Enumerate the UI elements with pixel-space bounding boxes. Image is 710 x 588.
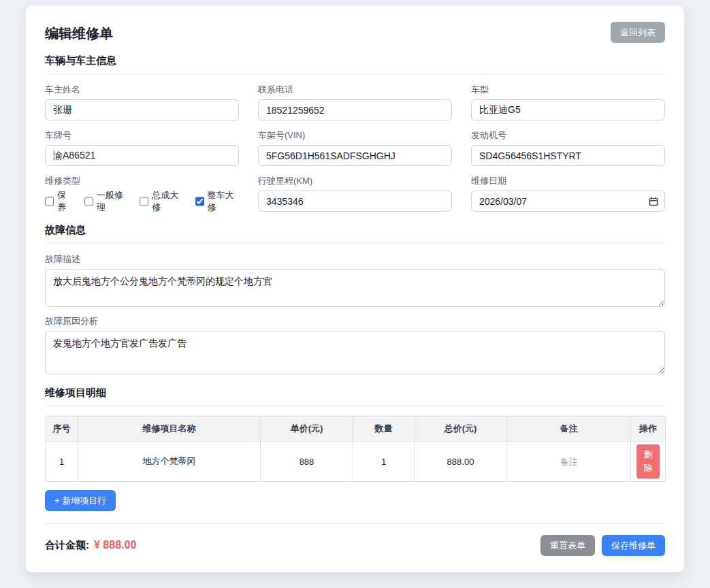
total-amount: 合计金额:¥ 888.00 [45, 539, 136, 552]
cause-analysis-label: 故障原因分析 [45, 315, 665, 327]
reset-form-button[interactable]: 重置表单 [540, 535, 595, 556]
engine-number-input[interactable] [471, 145, 665, 166]
fault-info-section-title: 故障信息 [45, 224, 665, 244]
engine-number-field: 发动机号 [471, 129, 665, 166]
quantity-input[interactable] [356, 456, 411, 468]
owner-name-field: 车主姓名 [45, 84, 239, 120]
save-repair-order-button[interactable]: 保存维修单 [602, 535, 665, 556]
repair-date-field: 维修日期 [471, 175, 665, 212]
remark-input[interactable] [510, 456, 628, 468]
repair-type-checkbox-group: 保养 一般修理 总成大修 整车大修 [45, 191, 239, 212]
car-model-label: 车型 [471, 84, 665, 96]
car-model-field: 车型 [471, 84, 665, 120]
maintenance-checkbox[interactable] [45, 197, 54, 206]
fault-description-field: 故障描述 放大后鬼地方个公分鬼地方个梵蒂冈的规定个地方官 [45, 253, 665, 307]
owner-name-input[interactable] [45, 99, 239, 120]
col-header-actions: 操作 [631, 416, 666, 442]
general-repair-checkbox-label: 一般修理 [97, 189, 128, 214]
col-header-total: 总价(元) [415, 416, 507, 442]
page-title: 编辑维修单 [45, 22, 113, 45]
edit-repair-order-card: 编辑维修单 返回列表 车辆与车主信息 车主姓名 联系电话 车型 车牌号 车架号(… [26, 5, 684, 572]
actions-cell: 删除 [631, 442, 666, 482]
cause-analysis-field: 故障原因分析 发鬼地方个地方官发广告发广告 [45, 315, 665, 374]
delete-item-button[interactable]: 删除 [636, 444, 660, 478]
cause-analysis-textarea[interactable]: 发鬼地方个地方官发广告发广告 [45, 331, 665, 374]
col-header-remark: 备注 [507, 416, 631, 442]
repair-type-option-general-repair[interactable]: 一般修理 [84, 189, 128, 214]
assembly-overhaul-checkbox-label: 总成大修 [152, 189, 183, 214]
phone-label: 联系电话 [258, 84, 452, 96]
repair-type-field: 维修类型 保养 一般修理 总成大修 整车大修 [45, 175, 239, 212]
row-index-cell: 1 [46, 442, 78, 482]
vehicle-owner-section-title: 车辆与车主信息 [45, 54, 665, 74]
repair-type-option-assembly-overhaul[interactable]: 总成大修 [140, 189, 183, 214]
repair-type-option-full-overhaul[interactable]: 整车大修 [195, 189, 239, 214]
phone-field: 联系电话 [258, 84, 452, 120]
fault-description-label: 故障描述 [45, 253, 665, 265]
phone-input[interactable] [258, 99, 452, 120]
plate-number-input[interactable] [45, 145, 239, 166]
quantity-cell [353, 442, 415, 482]
vin-label: 车架号(VIN) [258, 129, 452, 142]
plate-number-label: 车牌号 [45, 129, 239, 142]
total-amount-label: 合计金额: [45, 539, 89, 551]
fault-description-textarea[interactable]: 放大后鬼地方个公分鬼地方个梵蒂冈的规定个地方官 [45, 269, 665, 307]
car-model-input[interactable] [471, 99, 665, 120]
plate-number-field: 车牌号 [45, 129, 239, 166]
form-footer: 合计金额:¥ 888.00 重置表单 保存维修单 [45, 523, 665, 556]
col-header-unit-price: 单价(元) [261, 416, 353, 442]
repair-items-table: 序号 维修项目名称 单价(元) 数量 总价(元) 备注 操作 1 [45, 416, 666, 482]
repair-type-label: 维修类型 [45, 175, 239, 187]
col-header-quantity: 数量 [353, 416, 415, 442]
table-header-row: 序号 维修项目名称 单价(元) 数量 总价(元) 备注 操作 [46, 416, 666, 442]
general-repair-checkbox[interactable] [84, 197, 93, 206]
col-header-item-name: 维修项目名称 [78, 416, 261, 442]
vehicle-owner-form: 车主姓名 联系电话 车型 车牌号 车架号(VIN) 发动机号 维修类型 [45, 84, 665, 212]
item-name-input[interactable] [81, 456, 257, 468]
add-item-row-button[interactable]: + 新增项目行 [45, 490, 116, 511]
table-row: 1 888.00 删除 [46, 442, 666, 482]
vin-field: 车架号(VIN) [258, 129, 452, 166]
col-header-index: 序号 [46, 416, 78, 442]
total-amount-value: ¥ 888.00 [94, 539, 136, 551]
full-overhaul-checkbox[interactable] [195, 197, 204, 206]
remark-cell [507, 442, 631, 482]
repair-items-section-title: 维修项目明细 [45, 387, 665, 406]
engine-number-label: 发动机号 [471, 129, 665, 142]
repair-date-input[interactable] [471, 191, 665, 212]
unit-price-input[interactable] [263, 456, 350, 468]
back-to-list-button[interactable]: 返回列表 [611, 22, 665, 43]
maintenance-checkbox-label: 保养 [57, 189, 73, 214]
assembly-overhaul-checkbox[interactable] [140, 197, 148, 206]
unit-price-cell [261, 442, 353, 482]
vin-input[interactable] [258, 145, 452, 166]
row-total-cell: 888.00 [415, 442, 507, 482]
full-overhaul-checkbox-label: 整车大修 [208, 189, 239, 214]
owner-name-label: 车主姓名 [45, 84, 239, 96]
mileage-field: 行驶里程(KM) [258, 175, 452, 212]
repair-date-label: 维修日期 [471, 175, 665, 187]
item-name-cell [78, 442, 261, 482]
mileage-input[interactable] [258, 191, 452, 212]
mileage-label: 行驶里程(KM) [258, 175, 452, 187]
calendar-icon[interactable] [649, 197, 658, 206]
page-header: 编辑维修单 返回列表 [45, 22, 665, 45]
repair-type-option-maintenance[interactable]: 保养 [45, 189, 73, 214]
